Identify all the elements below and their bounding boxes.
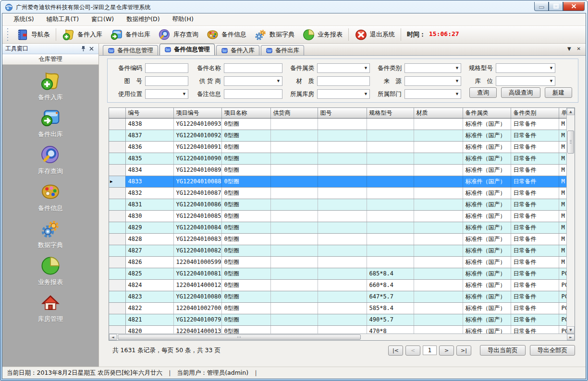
table-row[interactable]: 4837YG122040100920型圈标准件（国产）日常备件M (109, 130, 566, 141)
toolbar-navbar-button[interactable]: 导航条 (12, 27, 54, 42)
table-row[interactable]: 4832YG122040100870型圈标准件（国产）日常备件M (109, 187, 566, 199)
tab-part-out[interactable]: 备件出库 (261, 45, 304, 55)
tab-list-dropdown-icon[interactable]: ▼ (567, 46, 571, 52)
toolbar-report-button[interactable]: 业务报表 (298, 27, 346, 42)
column-header-8[interactable]: 备件属类 (463, 108, 511, 118)
row-selector-cell[interactable] (109, 153, 125, 164)
table-row[interactable]: 4835YG122040100900型圈标准件（国产）日常备件M (109, 153, 566, 164)
store-room-combo[interactable]: ▼ (317, 89, 370, 99)
toolbar-stock-query-button[interactable]: 库存查询 (154, 27, 202, 42)
column-header-10[interactable]: 单位 (559, 108, 566, 118)
remark-input[interactable] (224, 89, 282, 99)
table-row[interactable]: 4838YG122040100930型圈标准件（国产）日常备件M (109, 118, 566, 130)
sidebar-item-report[interactable]: 业务报表 (38, 255, 63, 286)
part-name-input[interactable] (224, 63, 282, 73)
row-selector-cell[interactable] (109, 256, 125, 268)
department-combo[interactable]: ▼ (404, 89, 461, 99)
vscroll-thumb[interactable] (567, 131, 574, 154)
table-row[interactable]: 482012204014000130型圈470*8标准件（国产）日常备件PC (109, 325, 566, 333)
row-selector-cell[interactable] (109, 130, 125, 141)
location-combo[interactable]: ▼ (496, 76, 555, 86)
sidebar-item-data-dict[interactable]: 数据字典 (38, 218, 63, 250)
row-selector-cell[interactable] (109, 302, 125, 314)
new-button[interactable]: 新建 (545, 87, 572, 98)
page-prev-button[interactable]: < (405, 345, 420, 356)
column-header-7[interactable]: 材质 (414, 108, 463, 118)
page-last-button[interactable]: >| (456, 345, 471, 356)
menu-item-system[interactable]: 系统(S) (7, 13, 40, 25)
toolbar-exit-button[interactable]: 退出系统 (351, 27, 399, 42)
figure-no-input[interactable] (145, 76, 188, 86)
part-category-combo[interactable]: ▼ (317, 63, 370, 73)
page-first-button[interactable]: |< (388, 345, 403, 356)
tab-part-info-mgmt-2[interactable]: 备件信息管理 (159, 44, 215, 55)
table-row[interactable]: 4825YG122040100810型圈685*8.4标准件（国产）日常备件PC (109, 268, 566, 279)
query-button[interactable]: 查询 (469, 87, 497, 98)
tab-part-info-mgmt-1[interactable]: 备件信息管理 (103, 45, 158, 55)
column-header-4[interactable]: 供货商 (270, 108, 318, 118)
toolbar-data-dict-button[interactable]: 数据字典 (250, 27, 298, 42)
row-selector-cell[interactable] (109, 314, 125, 325)
spec-model-combo[interactable]: ▼ (496, 63, 555, 73)
row-selector-cell[interactable] (109, 222, 125, 233)
horizontal-scrollbar[interactable]: ◄ ► (109, 333, 575, 341)
row-selector-cell[interactable]: ▶ (109, 176, 125, 187)
row-selector-cell[interactable] (109, 210, 125, 222)
column-header-selector[interactable] (109, 108, 125, 118)
toolbar-part-info-button[interactable]: 备件信息 (202, 27, 250, 42)
part-type-combo[interactable]: ▼ (404, 63, 461, 73)
menu-item-data-maint[interactable]: 数据维护(D) (120, 13, 166, 25)
menu-item-help[interactable]: 帮助(H) (166, 13, 200, 25)
row-selector-cell[interactable] (109, 187, 125, 199)
pin-icon[interactable] (79, 45, 87, 53)
table-row[interactable]: 4836YG122040100910型圈标准件（国产）日常备件M (109, 141, 566, 153)
column-header-5[interactable]: 图号 (318, 108, 367, 118)
table-row[interactable]: 4829YG122040100840型圈标准件（国产）日常备件M (109, 222, 566, 233)
scroll-up-icon[interactable]: ▲ (567, 108, 575, 115)
table-row[interactable]: 482412204014000120型圈660*8.4标准件（国产）日常备件PC (109, 279, 566, 291)
table-row[interactable]: 4834YG122040100890型圈标准件（国产）日常备件M (109, 164, 566, 176)
row-selector-cell[interactable] (109, 279, 125, 291)
table-row[interactable]: 482612204010005990型圈标准件（国产）日常备件M (109, 256, 566, 268)
sidebar-item-part-info[interactable]: 备件信息 (38, 181, 63, 213)
page-number-box[interactable]: 1 (423, 345, 437, 355)
toolbar-part-in-button[interactable]: 备件入库 (58, 27, 106, 42)
scroll-right-icon[interactable]: ► (567, 334, 575, 340)
row-selector-cell[interactable] (109, 291, 125, 302)
table-row[interactable]: ▶4833YG122040100880型圈标准件（国产）日常备件M (109, 176, 566, 187)
row-selector-cell[interactable] (109, 325, 125, 333)
sidebar-item-part-in[interactable]: 备件入库 (38, 71, 63, 102)
page-next-button[interactable]: > (439, 345, 454, 356)
row-selector-cell[interactable] (109, 118, 125, 130)
table-row[interactable]: 4830YG122040100850型圈标准件（国产）日常备件M (109, 210, 566, 222)
table-row[interactable]: 4823YG122040100800型圈647*5.7标准件（国产）日常备件PC (109, 291, 566, 302)
part-code-input[interactable] (145, 63, 188, 73)
hscroll-thumb[interactable] (118, 334, 361, 340)
row-selector-cell[interactable] (109, 233, 125, 245)
tab-close-icon[interactable]: ✕ (577, 46, 581, 52)
menu-item-window[interactable]: 窗口(W) (85, 13, 120, 25)
supplier-combo[interactable]: ▼ (224, 76, 282, 86)
scroll-left-icon[interactable]: ◄ (109, 334, 117, 340)
sidebar-item-warehouse[interactable]: 库房管理 (38, 292, 63, 323)
table-row[interactable]: 4827YG122040100820型圈标准件（国产）日常备件M (109, 245, 566, 256)
column-header-3[interactable]: 项目名称 (221, 108, 270, 118)
column-header-1[interactable]: 编号 (125, 108, 173, 118)
use-position-combo[interactable]: ▼ (145, 89, 188, 99)
sidebar-item-stock-query[interactable]: 库存查询 (38, 144, 63, 176)
sidebar-section-warehouse[interactable]: 仓库管理 (2, 54, 98, 65)
toolbar-grip-handle[interactable] (6, 28, 9, 41)
table-row[interactable]: 4831YG122040100860型圈标准件（国产）日常备件M (109, 199, 566, 210)
maximize-button[interactable] (549, 2, 563, 11)
row-selector-cell[interactable] (109, 245, 125, 256)
table-row[interactable]: 4828YG122040100830型圈标准件（国产）日常备件M (109, 233, 566, 245)
row-selector-cell[interactable] (109, 199, 125, 210)
column-header-6[interactable]: 规格型号 (367, 108, 414, 118)
row-selector-cell[interactable] (109, 141, 125, 153)
scroll-down-icon[interactable]: ▼ (567, 326, 575, 333)
close-button[interactable] (563, 2, 585, 11)
row-selector-cell[interactable] (109, 268, 125, 279)
minimize-button[interactable] (534, 2, 549, 11)
table-row[interactable]: 482212204010027000型圈585*8.4标准件（国产）日常备件PC (109, 302, 566, 314)
row-selector-cell[interactable] (109, 164, 125, 176)
